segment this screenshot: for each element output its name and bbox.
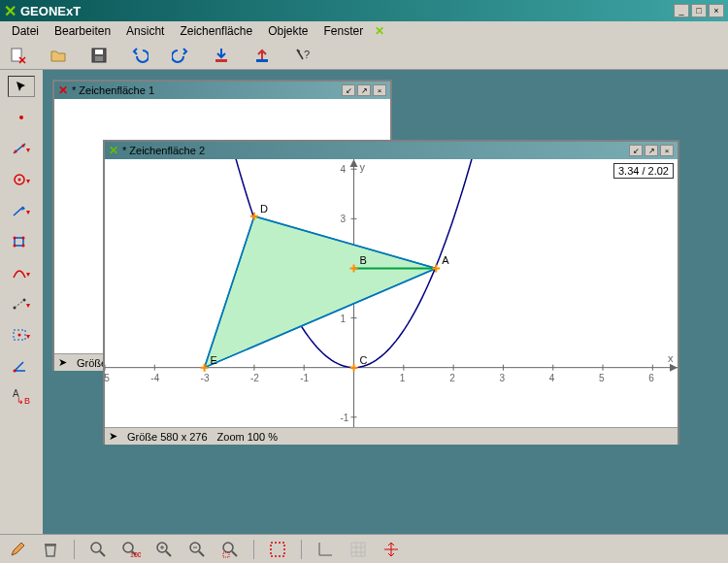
axes-icon[interactable] — [315, 540, 335, 559]
open-file-icon[interactable] — [49, 46, 68, 65]
svg-point-23 — [22, 245, 25, 248]
svg-text:-1: -1 — [300, 373, 309, 383]
download-icon[interactable] — [212, 46, 231, 65]
child1-icon: ✕ — [58, 83, 68, 97]
svg-rect-98 — [271, 543, 284, 556]
svg-text:▾: ▾ — [26, 270, 30, 279]
svg-rect-97 — [223, 552, 229, 557]
snap-icon[interactable] — [381, 540, 401, 559]
redo-icon[interactable] — [171, 46, 190, 65]
close-button[interactable]: × — [709, 4, 724, 17]
child2-max-button[interactable]: ↗ — [645, 145, 658, 156]
curve-tool[interactable]: ▾ — [8, 262, 35, 283]
svg-point-20 — [14, 237, 17, 240]
undo-icon[interactable] — [130, 46, 149, 65]
select-rect-icon[interactable] — [268, 540, 287, 559]
child1-min-button[interactable]: ↙ — [342, 84, 355, 96]
trash-icon[interactable] — [41, 540, 60, 559]
top-toolbar: ? — [0, 41, 728, 70]
child2-min-button[interactable]: ↙ — [629, 145, 643, 156]
menu-datei[interactable]: Datei — [4, 22, 47, 40]
zoom-out-icon[interactable] — [187, 540, 207, 559]
measure-tool[interactable]: ▾ — [8, 293, 35, 315]
label-tool[interactable]: A↳B — [8, 386, 35, 408]
svg-marker-72 — [205, 216, 437, 368]
svg-text:-4: -4 — [150, 373, 159, 383]
separator — [253, 540, 254, 559]
svg-text:2: 2 — [449, 373, 455, 383]
child1-close-button[interactable]: × — [373, 84, 386, 96]
zoom-in-icon[interactable] — [154, 540, 174, 559]
svg-text:x: x — [668, 352, 674, 364]
upload-icon[interactable] — [252, 46, 272, 65]
svg-text:▾: ▾ — [26, 332, 30, 341]
circle-tool[interactable]: ▾ — [8, 169, 35, 190]
edit-icon[interactable] — [8, 540, 27, 559]
zoom-fit-icon[interactable] — [88, 540, 108, 559]
menu-bearbeiten[interactable]: Bearbeiten — [47, 22, 118, 40]
svg-point-9 — [19, 116, 23, 119]
menu-ansicht[interactable]: Ansicht — [118, 22, 172, 40]
svg-rect-4 — [95, 50, 103, 54]
polygon-tool[interactable] — [8, 231, 35, 252]
line-tool[interactable]: ▾ — [8, 138, 35, 159]
svg-point-32 — [14, 370, 17, 373]
svg-point-30 — [18, 334, 21, 337]
child2-pointer-icon: ➤ — [109, 430, 117, 443]
child2-status-zoom: Zoom 100 % — [217, 431, 278, 443]
svg-text:▾: ▾ — [26, 301, 30, 310]
help-icon[interactable]: ? — [293, 46, 313, 65]
coord-display: 3.34 / 2.02 — [613, 163, 674, 179]
svg-text:▾: ▾ — [26, 146, 30, 154]
bottom-toolbar: 100% — [0, 534, 728, 563]
svg-line-84 — [100, 551, 105, 556]
svg-text:1: 1 — [341, 314, 347, 324]
point-tool[interactable] — [8, 107, 35, 128]
svg-rect-0 — [12, 49, 21, 61]
svg-point-26 — [14, 307, 17, 310]
svg-point-11 — [15, 150, 17, 153]
child2-close-button[interactable]: × — [660, 145, 674, 156]
svg-line-93 — [199, 551, 204, 556]
svg-text:6: 6 — [648, 373, 654, 383]
menu-fenster[interactable]: Fenster — [316, 22, 372, 40]
svg-text:1: 1 — [400, 373, 406, 383]
svg-text:-5: -5 — [105, 373, 110, 383]
select-area-tool[interactable]: ▾ — [8, 324, 35, 346]
menu-zeichenflache[interactable]: Zeichenfläche — [172, 22, 260, 40]
svg-text:3: 3 — [499, 373, 505, 383]
angle-tool[interactable] — [8, 355, 35, 377]
child2-status-size: Größe 580 x 276 — [127, 431, 208, 443]
svg-text:C: C — [360, 354, 368, 366]
svg-text:y: y — [360, 161, 366, 173]
svg-rect-19 — [15, 238, 23, 246]
svg-text:-2: -2 — [250, 373, 259, 383]
zoom-100-icon[interactable]: 100% — [121, 540, 141, 559]
plot-area[interactable]: 3.34 / 2.02 xy-5-4-3-2-1123456-11234ABCD… — [105, 159, 678, 427]
menu-close-icon[interactable]: ✕ — [375, 24, 384, 38]
child2-title: * Zeichenfläche 2 — [122, 145, 629, 156]
child1-pointer-icon: ➤ — [58, 356, 67, 369]
svg-line-96 — [232, 551, 237, 556]
zoom-area-icon[interactable] — [220, 540, 240, 559]
save-file-icon[interactable] — [89, 46, 109, 65]
menubar: Datei Bearbeiten Ansicht Zeichenfläche O… — [0, 21, 728, 41]
child1-max-button[interactable]: ↗ — [357, 84, 371, 96]
grid-icon[interactable] — [348, 540, 368, 559]
pointer-tool[interactable] — [8, 76, 35, 97]
svg-text:4: 4 — [341, 164, 347, 175]
child-window-2[interactable]: ✕ * Zeichenfläche 2 ↙ ↗ × 3.34 / 2.02 xy… — [103, 140, 679, 445]
svg-text:D: D — [260, 203, 268, 215]
maximize-button[interactable]: □ — [691, 4, 707, 17]
svg-line-25 — [15, 300, 24, 308]
svg-point-22 — [14, 245, 17, 248]
separator — [74, 540, 75, 559]
new-file-icon[interactable] — [8, 46, 27, 65]
tool-sidebar: ▾ ▾ ▾ ▾ ▾ ▾ A↳B — [0, 70, 43, 534]
svg-text:A: A — [442, 254, 449, 266]
svg-text:3: 3 — [341, 214, 347, 224]
minimize-button[interactable]: _ — [674, 4, 689, 17]
arrow-tool[interactable]: ▾ — [8, 200, 35, 221]
svg-rect-5 — [95, 56, 103, 61]
menu-objekte[interactable]: Objekte — [260, 22, 315, 40]
